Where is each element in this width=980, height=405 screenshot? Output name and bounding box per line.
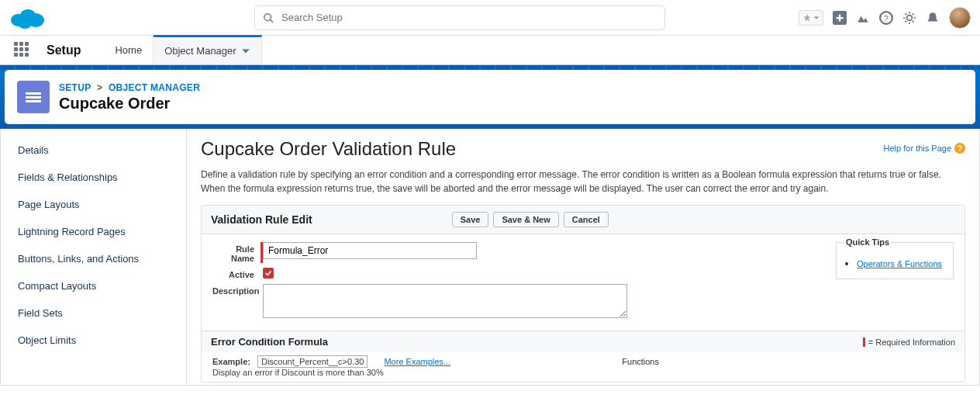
form-column: Rule Name Active Description xyxy=(212,242,639,323)
active-row: Active xyxy=(212,268,639,279)
rule-name-row: Rule Name xyxy=(212,242,639,263)
operators-functions-link[interactable]: Operators & Functions xyxy=(857,259,942,268)
help-link-text: Help for this Page xyxy=(884,144,951,153)
panel-header: Validation Rule Edit Save Save & New Can… xyxy=(202,206,964,234)
gear-icon[interactable] xyxy=(902,11,916,25)
add-icon[interactable] xyxy=(833,11,847,25)
chevron-down-icon xyxy=(241,47,250,56)
sidebar-item-buttons-links[interactable]: Buttons, Links, and Actions xyxy=(1,245,186,272)
favorites-dropdown[interactable] xyxy=(799,10,823,26)
svg-line-5 xyxy=(271,19,274,22)
panel-buttons: Save Save & New Cancel xyxy=(452,212,609,227)
more-examples-link[interactable]: More Examples... xyxy=(384,357,450,366)
search-icon xyxy=(263,12,274,23)
salesforce-logo[interactable] xyxy=(9,6,45,29)
svg-point-3 xyxy=(18,18,32,29)
main-layout: Details Fields & Relationships Page Layo… xyxy=(0,129,980,386)
page-heading: Cupcake Order Validation Rule xyxy=(201,138,965,160)
rule-name-label: Rule Name xyxy=(212,242,261,263)
help-for-page-link[interactable]: Help for this Page ? xyxy=(884,143,965,154)
validation-rule-edit-panel: Validation Rule Edit Save Save & New Can… xyxy=(201,205,965,382)
description-row: Description xyxy=(212,284,639,318)
user-avatar[interactable] xyxy=(949,7,971,29)
content-area: Help for this Page ? Cupcake Order Valid… xyxy=(187,129,979,385)
header-utility-icons: ? xyxy=(799,7,971,29)
nav-tab-object-manager[interactable]: Object Manager xyxy=(154,35,262,64)
example-label: Example: xyxy=(212,357,250,366)
required-bar-icon xyxy=(863,338,865,347)
crumb-setup[interactable]: SETUP xyxy=(59,82,91,93)
quick-tips-legend: Quick Tips xyxy=(844,237,891,247)
svg-point-9 xyxy=(907,15,913,20)
example-row: Functions Example: Discount_Percent__c>0… xyxy=(202,352,964,382)
app-name: Setup xyxy=(47,43,81,57)
context-nav: Setup Home Object Manager xyxy=(0,36,980,65)
app-launcher-icon[interactable] xyxy=(14,42,31,59)
example-code: Discount_Percent__c>0.30 xyxy=(257,355,368,368)
help-icon[interactable]: ? xyxy=(879,11,893,25)
object-title: Cupcake Order xyxy=(59,95,200,112)
object-icon xyxy=(17,81,50,113)
svg-text:?: ? xyxy=(884,13,889,22)
save-and-new-button[interactable]: Save & New xyxy=(493,212,558,227)
error-condition-title: Error Condition Formula xyxy=(211,336,328,348)
sidebar-item-compact-layouts[interactable]: Compact Layouts xyxy=(1,272,186,299)
description-label: Description xyxy=(212,284,261,296)
sidebar-item-field-sets[interactable]: Field Sets xyxy=(1,299,186,327)
panel-title: Validation Rule Edit xyxy=(211,213,312,226)
panel-body: Rule Name Active Description xyxy=(202,234,964,331)
global-header: ? xyxy=(0,0,980,36)
page-intro-text: Define a validation rule by specifying a… xyxy=(201,168,945,196)
description-textarea[interactable] xyxy=(263,284,627,318)
chevron-down-icon xyxy=(813,15,820,21)
page-header-card: SETUP > OBJECT MANAGER Cupcake Order xyxy=(5,70,975,124)
svg-point-4 xyxy=(264,13,271,20)
sidebar-item-object-limits[interactable]: Object Limits xyxy=(1,327,186,354)
save-button[interactable]: Save xyxy=(452,212,489,227)
global-search[interactable] xyxy=(254,5,665,30)
search-input[interactable] xyxy=(281,12,657,23)
sidebar-item-page-layouts[interactable]: Page Layouts xyxy=(1,191,186,218)
rule-name-input[interactable] xyxy=(263,242,477,259)
bell-icon[interactable] xyxy=(926,11,940,25)
star-icon xyxy=(802,13,812,22)
sidebar-item-fields[interactable]: Fields & Relationships xyxy=(1,164,186,191)
active-checkbox[interactable] xyxy=(263,268,274,279)
check-icon xyxy=(264,269,272,277)
nav-tab-home[interactable]: Home xyxy=(104,36,154,65)
cancel-button[interactable]: Cancel xyxy=(564,212,609,227)
example-note: Display an error if Discount is more tha… xyxy=(212,368,954,377)
active-label: Active xyxy=(212,268,261,279)
sidebar: Details Fields & Relationships Page Layo… xyxy=(1,129,187,385)
page-header-wrap: SETUP > OBJECT MANAGER Cupcake Order xyxy=(0,65,980,129)
functions-label: Functions xyxy=(622,357,659,366)
quick-tips-box: Quick Tips Operators & Functions xyxy=(836,237,954,279)
required-info-text: = Required Information xyxy=(868,338,955,347)
crumb-sep: > xyxy=(97,82,102,93)
crumb-object-manager[interactable]: OBJECT MANAGER xyxy=(109,82,200,93)
help-icon: ? xyxy=(954,143,965,154)
sidebar-item-details[interactable]: Details xyxy=(1,137,186,164)
error-condition-header: Error Condition Formula = Required Infor… xyxy=(202,331,964,352)
breadcrumb: SETUP > OBJECT MANAGER xyxy=(59,82,200,93)
nav-tab-label: Object Manager xyxy=(164,45,236,57)
required-info-legend: = Required Information xyxy=(863,338,955,347)
sidebar-item-lightning-pages[interactable]: Lightning Record Pages xyxy=(1,218,186,245)
trailhead-icon[interactable] xyxy=(856,11,870,25)
